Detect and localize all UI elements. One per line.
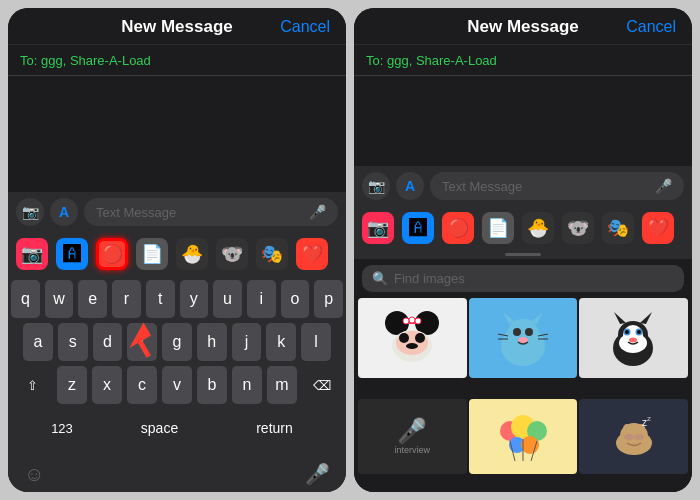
key-v[interactable]: v <box>162 366 192 404</box>
left-key-row-2: a s d f g h j k l <box>11 323 343 361</box>
right-camera-icon[interactable]: 📷 <box>362 172 390 200</box>
left-voice-icon[interactable]: 🎤 <box>305 462 330 486</box>
gif-item-minnie[interactable] <box>358 298 467 378</box>
right-cancel-button[interactable]: Cancel <box>626 18 676 36</box>
right-sticker1-icon[interactable]: 🐣 <box>522 212 554 244</box>
left-to-field[interactable]: To: ggg, Share-A-Load <box>8 45 346 76</box>
right-text-input[interactable]: Text Message 🎤 <box>430 172 684 200</box>
key-o[interactable]: o <box>281 280 310 318</box>
right-to-label: To: ggg, Share-A-Load <box>366 53 497 68</box>
gif-item-sleep[interactable]: z z <box>579 399 688 474</box>
key-p[interactable]: p <box>314 280 343 318</box>
svg-point-16 <box>513 328 521 336</box>
left-note-icon[interactable]: 📄 <box>136 238 168 270</box>
key-h[interactable]: h <box>197 323 227 361</box>
left-input-bar: 📷 A Text Message 🎤 <box>8 192 346 232</box>
svg-marker-0 <box>122 323 160 363</box>
key-j[interactable]: j <box>232 323 262 361</box>
right-title: New Message <box>467 17 579 37</box>
svg-point-7 <box>406 343 418 349</box>
gif-item-sylvester[interactable] <box>579 298 688 378</box>
right-input-bar: 📷 A Text Message 🎤 <box>354 166 692 206</box>
left-key-row-4: 123 space return <box>11 409 343 447</box>
right-apps-icon[interactable]: A <box>396 172 424 200</box>
left-phone: New Message Cancel To: ggg, Share-A-Load… <box>8 8 346 492</box>
right-message-area <box>354 76 692 166</box>
gif-item-balloons[interactable] <box>469 399 578 474</box>
left-photo2-icon[interactable]: 🎭 <box>256 238 288 270</box>
key-b[interactable]: b <box>197 366 227 404</box>
svg-point-47 <box>634 434 644 440</box>
key-e[interactable]: e <box>78 280 107 318</box>
key-n[interactable]: n <box>232 366 262 404</box>
right-note-icon[interactable]: 📄 <box>482 212 514 244</box>
drag-handle[interactable] <box>354 250 692 259</box>
left-sticker2-icon[interactable]: 🐨 <box>216 238 248 270</box>
red-arrow-overlay <box>113 318 163 372</box>
left-sticker1-icon[interactable]: 🐣 <box>176 238 208 270</box>
left-header: New Message Cancel <box>8 8 346 45</box>
svg-point-32 <box>637 330 641 334</box>
gif-search-placeholder: Find images <box>394 271 465 286</box>
right-mic-icon: 🎤 <box>655 178 672 194</box>
key-shift[interactable]: ⇧ <box>12 366 52 404</box>
left-gif-icon[interactable]: 🔴 <box>96 238 128 270</box>
key-z[interactable]: z <box>57 366 87 404</box>
right-photos-icon[interactable]: 📷 <box>362 212 394 244</box>
right-to-field[interactable]: To: ggg, Share-A-Load <box>354 45 692 76</box>
svg-point-9 <box>403 318 409 324</box>
key-m[interactable]: m <box>267 366 297 404</box>
left-camera-icon[interactable]: 📷 <box>16 198 44 226</box>
key-return[interactable]: return <box>235 409 315 447</box>
right-sticker2-icon[interactable]: 🐨 <box>562 212 594 244</box>
left-key-row-1: q w e r t y u i o p <box>11 280 343 318</box>
right-phone: New Message Cancel To: ggg, Share-A-Load… <box>354 8 692 492</box>
left-title: New Message <box>121 17 233 37</box>
right-heart-icon[interactable]: ❤️ <box>642 212 674 244</box>
left-text-input[interactable]: Text Message 🎤 <box>84 198 338 226</box>
svg-point-33 <box>629 338 637 343</box>
svg-point-5 <box>399 333 409 343</box>
key-w[interactable]: w <box>45 280 74 318</box>
key-delete[interactable]: ⌫ <box>302 366 342 404</box>
gif-item-cat-blue[interactable] <box>469 298 578 378</box>
key-q[interactable]: q <box>11 280 40 318</box>
right-store-icon[interactable]: 🅰 <box>402 212 434 244</box>
left-heart-icon[interactable]: ❤️ <box>296 238 328 270</box>
key-num[interactable]: 123 <box>40 409 85 447</box>
key-space[interactable]: space <box>90 409 230 447</box>
left-cancel-button[interactable]: Cancel <box>280 18 330 36</box>
search-icon: 🔍 <box>372 271 388 286</box>
key-i[interactable]: i <box>247 280 276 318</box>
left-apps-icon[interactable]: A <box>50 198 78 226</box>
gif-grid: 🎤 interview <box>354 298 692 492</box>
svg-point-17 <box>525 328 533 336</box>
key-a[interactable]: a <box>23 323 53 361</box>
right-header: New Message Cancel <box>354 8 692 45</box>
key-u[interactable]: u <box>213 280 242 318</box>
left-key-row-3: ⇧ z x c v b n m ⌫ <box>11 366 343 404</box>
key-g[interactable]: g <box>162 323 192 361</box>
key-t[interactable]: t <box>146 280 175 318</box>
left-placeholder: Text Message <box>96 205 176 220</box>
right-gif-icon[interactable]: 🔴 <box>442 212 474 244</box>
svg-point-10 <box>409 317 415 323</box>
gif-search-bar[interactable]: 🔍 Find images <box>362 265 684 292</box>
gif-item-person[interactable]: 🎤 interview <box>358 399 467 474</box>
right-recipients: ggg, Share-A-Load <box>387 53 497 68</box>
left-message-area <box>8 76 346 192</box>
key-y[interactable]: y <box>180 280 209 318</box>
svg-marker-25 <box>614 312 626 324</box>
left-photos-icon[interactable]: 📷 <box>16 238 48 270</box>
key-l[interactable]: l <box>301 323 331 361</box>
key-s[interactable]: s <box>58 323 88 361</box>
key-k[interactable]: k <box>266 323 296 361</box>
left-to-label: To: ggg, Share-A-Load <box>20 53 151 68</box>
key-r[interactable]: r <box>112 280 141 318</box>
svg-marker-15 <box>531 312 543 324</box>
right-app-icons-row: 📷 🅰 🔴 📄 🐣 🐨 🎭 ❤️ <box>354 206 692 250</box>
right-photo2-icon[interactable]: 🎭 <box>602 212 634 244</box>
svg-text:z: z <box>647 414 651 423</box>
left-store-icon[interactable]: 🅰 <box>56 238 88 270</box>
left-emoji-icon[interactable]: ☺ <box>24 463 44 486</box>
